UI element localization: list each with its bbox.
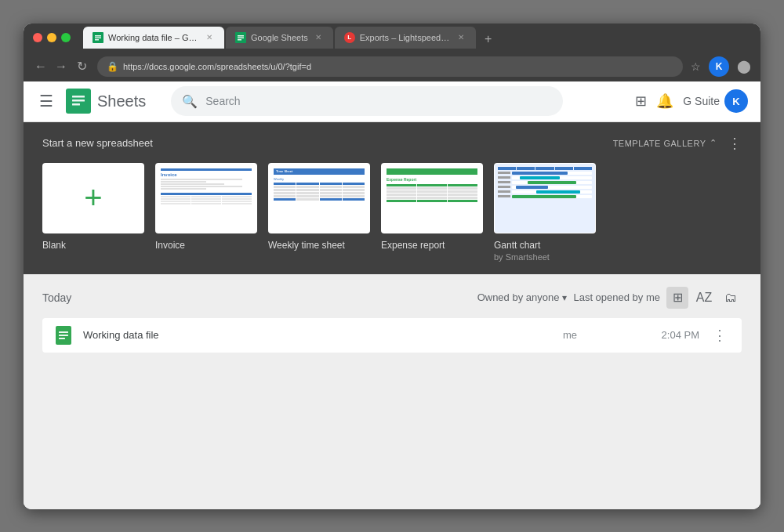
files-section-title: Today [42, 291, 71, 304]
refresh-button[interactable]: ↻ [74, 59, 89, 74]
template-timesheet[interactable]: Time Sheet Weekly [268, 163, 370, 262]
view-icons: ⊞ AZ 🗂 [666, 287, 742, 309]
search-bar[interactable]: 🔍 Search [171, 86, 563, 116]
svg-rect-3 [95, 39, 99, 41]
user-avatar-address[interactable]: K [709, 56, 729, 77]
forward-button[interactable]: → [53, 60, 69, 74]
new-tab-button[interactable]: + [477, 30, 499, 49]
list-view-button[interactable]: 🗂 [720, 287, 742, 309]
sheets-favicon-icon [93, 32, 103, 43]
templates-header: Start a new spreadsheet TEMPLATE GALLERY… [42, 135, 742, 152]
tabs-bar: Working data file – Google She... ✕ Goog… [83, 27, 751, 49]
tab-close-working[interactable]: ✕ [204, 32, 215, 43]
sheets-logo: Sheets [66, 89, 146, 114]
templates-section: Start a new spreadsheet TEMPLATE GALLERY… [24, 122, 760, 274]
sheets-logo-icon [66, 89, 91, 114]
svg-rect-10 [72, 100, 85, 102]
template-timesheet-label: Weekly time sheet [268, 240, 370, 251]
nav-buttons: ← → ↻ [33, 59, 89, 74]
template-gantt-thumb [494, 163, 596, 233]
file-sheets-icon [55, 327, 72, 344]
tab-sheets-home[interactable]: Google Sheets ✕ [226, 27, 333, 49]
tab-close-lightspeed[interactable]: ✕ [456, 32, 466, 43]
tab-title-sheets: Google Sheets [251, 33, 308, 42]
bookmark-icon[interactable]: ☆ [691, 60, 701, 73]
svg-rect-11 [72, 103, 80, 106]
close-traffic-light[interactable] [33, 33, 42, 42]
app-content: ☰ Sheets 🔍 Search ⊞ 🔔 G Suite K [24, 81, 760, 509]
svg-rect-9 [72, 96, 85, 98]
file-name-label: Working data file [83, 329, 552, 341]
gsuite-avatar[interactable]: K [724, 89, 748, 113]
svg-rect-15 [59, 338, 65, 339]
dropdown-chevron-icon: ▾ [562, 292, 567, 303]
extension-icon[interactable]: ⬤ [737, 59, 751, 74]
plus-icon: + [84, 180, 102, 215]
template-invoice-label: Invoice [155, 240, 257, 251]
svg-rect-7 [238, 39, 241, 41]
tab-title-lightspeed: Exports – Lightspeed eCom [360, 33, 451, 42]
template-gantt-label: Gantt chart [494, 240, 596, 251]
title-bar: Working data file – Google She... ✕ Goog… [24, 24, 760, 52]
lightspeed-favicon-icon: L [344, 32, 355, 43]
files-controls: Owned by anyone ▾ Last opened by me ⊞ AZ… [477, 287, 742, 309]
template-gantt[interactable]: Gantt chart by Smartsheet [494, 163, 596, 262]
templates-more-icon[interactable]: ⋮ [728, 135, 742, 152]
maximize-traffic-light[interactable] [61, 33, 71, 42]
chevron-up-icon: ⌃ [710, 138, 717, 148]
hamburger-menu-button[interactable]: ☰ [36, 89, 56, 114]
templates-header-right: TEMPLATE GALLERY ⌃ ⋮ [613, 135, 742, 152]
url-bar[interactable]: 🔒 https://docs.google.com/spreadsheets/u… [97, 56, 683, 77]
traffic-lights [33, 33, 71, 42]
sheets-favicon-icon-2 [235, 32, 246, 43]
template-gallery-button[interactable]: TEMPLATE GALLERY ⌃ [613, 138, 717, 148]
template-blank-thumb: + [42, 163, 144, 233]
file-more-options-button[interactable]: ⋮ [710, 327, 729, 344]
svg-rect-14 [59, 335, 68, 336]
toolbar-right: ⊞ 🔔 G Suite K [635, 89, 748, 113]
url-text: https://docs.google.com/spreadsheets/u/0… [123, 62, 311, 71]
template-invoice[interactable]: Invoice [155, 163, 257, 262]
back-button[interactable]: ← [33, 60, 49, 74]
last-opened-label: Last opened by me [573, 291, 660, 303]
gsuite-label: G Suite [683, 95, 720, 107]
tab-title-working: Working data file – Google She... [108, 33, 199, 42]
svg-rect-2 [95, 37, 101, 38]
minimize-traffic-light[interactable] [47, 33, 56, 42]
template-expense-label: Expense report [381, 240, 483, 251]
apps-grid-icon[interactable]: ⊞ [635, 92, 647, 110]
file-date-label: 2:04 PM [637, 329, 699, 341]
table-row[interactable]: Working data file me 2:04 PM ⋮ [42, 318, 742, 353]
template-expense[interactable]: Expense Report [381, 163, 483, 262]
browser-window: Working data file – Google She... ✕ Goog… [24, 24, 760, 509]
template-blank[interactable]: + Blank [42, 163, 144, 262]
template-blank-label: Blank [42, 240, 144, 251]
lock-icon: 🔒 [107, 61, 118, 72]
owned-by-dropdown[interactable]: Owned by anyone ▾ [477, 291, 568, 303]
svg-rect-5 [238, 35, 244, 37]
app-name-label: Sheets [97, 92, 146, 110]
svg-rect-13 [59, 331, 68, 333]
templates-grid: + Blank Invoice [42, 163, 742, 262]
sort-button[interactable]: AZ [693, 287, 715, 309]
grid-view-button[interactable]: ⊞ [666, 287, 688, 309]
files-section: Today Owned by anyone ▾ Last opened by m… [24, 274, 760, 509]
file-list: Working data file me 2:04 PM ⋮ [42, 318, 742, 353]
tab-close-sheets[interactable]: ✕ [313, 32, 324, 43]
file-owner-label: me [563, 329, 626, 341]
tab-lightspeed[interactable]: L Exports – Lightspeed eCom ✕ [335, 27, 476, 49]
address-bar: ← → ↻ 🔒 https://docs.google.com/spreadsh… [24, 52, 760, 81]
gsuite-badge: G Suite K [683, 89, 748, 113]
search-placeholder: Search [205, 95, 240, 107]
svg-rect-1 [95, 35, 101, 37]
app-toolbar: ☰ Sheets 🔍 Search ⊞ 🔔 G Suite K [24, 81, 760, 122]
notifications-icon[interactable]: 🔔 [656, 92, 673, 110]
templates-section-title: Start a new spreadsheet [42, 137, 153, 149]
template-gantt-sublabel: by Smartsheet [494, 252, 596, 262]
template-timesheet-thumb: Time Sheet Weekly [268, 163, 370, 233]
files-header: Today Owned by anyone ▾ Last opened by m… [42, 287, 742, 309]
tab-sheets-working[interactable]: Working data file – Google She... ✕ [83, 27, 224, 49]
template-expense-thumb: Expense Report [381, 163, 483, 233]
search-icon: 🔍 [182, 94, 198, 109]
address-icons: ☆ K ⬤ [691, 56, 751, 77]
